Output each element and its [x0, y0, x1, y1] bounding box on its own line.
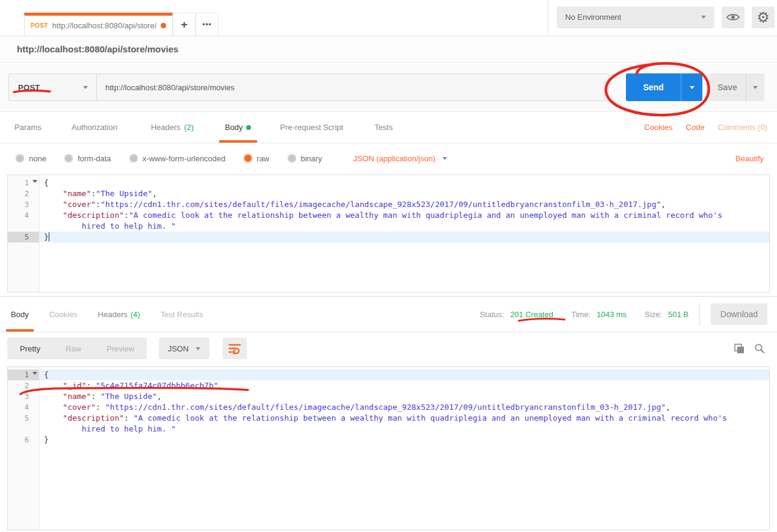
postman-app: POST http://localhost:8080/api/store/ + …	[0, 0, 777, 532]
request-title-row: http://localhost:8080/api/store/movies	[0, 36, 777, 63]
code-line[interactable]: 3 "name": "The Upside",	[8, 391, 769, 402]
line-number: 5	[8, 232, 39, 243]
copy-icon	[734, 343, 744, 354]
tab-headers[interactable]: Headers (2)	[147, 112, 197, 143]
tab-body-label: Body	[225, 123, 243, 132]
size-label: Size:	[645, 310, 662, 319]
code-line[interactable]: 3 "cover":"https://cdn1.thr.com/sites/de…	[8, 199, 769, 210]
radio-icon	[129, 154, 138, 162]
code-line[interactable]: 1{	[8, 178, 769, 188]
line-number: 3	[8, 391, 39, 402]
radio-selected-icon	[244, 154, 252, 162]
save-options-button[interactable]	[746, 73, 764, 101]
tab-body[interactable]: Body	[221, 112, 255, 143]
line-number: 5	[8, 413, 39, 435]
copy-response-button[interactable]	[734, 343, 744, 354]
radio-form-data[interactable]: form-data	[64, 154, 111, 163]
wrap-text-icon	[228, 342, 241, 354]
size-value: 501 B	[668, 310, 689, 319]
eye-icon	[726, 13, 740, 22]
response-format-label: JSON	[168, 344, 189, 353]
response-headers-label: Headers	[98, 310, 128, 319]
send-options-button[interactable]	[681, 73, 702, 101]
radio-raw[interactable]: raw	[244, 154, 270, 163]
code-line[interactable]: 5 "description": "A comedic look at the …	[8, 413, 769, 435]
environment-selected-label: No Environment	[565, 13, 621, 22]
time-label: Time:	[571, 310, 590, 319]
code-line[interactable]: 2 "_id": "5c4e715fa74c07dbbb6ecb7b",	[8, 380, 769, 391]
content-type-select[interactable]: JSON (application/json)	[353, 154, 448, 163]
save-button-group: Save	[709, 73, 764, 101]
gear-icon: ⚙	[757, 10, 770, 25]
line-number: 1	[8, 178, 39, 188]
environment-quick-look-button[interactable]	[722, 7, 744, 28]
request-tab[interactable]: POST http://localhost:8080/api/store/	[24, 13, 173, 36]
code-line[interactable]: 5}	[8, 232, 769, 243]
view-raw[interactable]: Raw	[53, 344, 94, 353]
tab-tests[interactable]: Tests	[371, 112, 396, 143]
line-number: 2	[8, 380, 39, 391]
radio-urlencoded-label: x-www-form-urlencoded	[143, 154, 226, 163]
cookies-link[interactable]: Cookies	[645, 123, 673, 132]
code-line[interactable]: 4 "description":"A comedic look at the r…	[8, 210, 769, 232]
response-tab-test-results[interactable]: Test Results	[158, 297, 206, 332]
radio-icon	[16, 154, 24, 162]
line-number: 4	[8, 402, 39, 413]
tab-bar: POST http://localhost:8080/api/store/ + …	[0, 0, 777, 36]
radio-icon	[64, 154, 73, 162]
view-pretty[interactable]: Pretty	[7, 344, 53, 353]
download-button[interactable]: Download	[711, 303, 767, 325]
divider	[699, 303, 700, 326]
fold-caret-icon[interactable]	[33, 372, 37, 375]
response-format-select[interactable]: JSON	[159, 338, 209, 359]
chevron-down-icon	[690, 86, 695, 89]
code-line[interactable]: 6}	[8, 435, 769, 445]
save-button[interactable]: Save	[709, 73, 746, 101]
radio-x-www-form-urlencoded[interactable]: x-www-form-urlencoded	[129, 154, 226, 163]
method-label: POST	[18, 83, 40, 92]
unsaved-changes-dot-icon	[161, 23, 166, 28]
line-number: 1	[8, 370, 39, 380]
response-tab-body[interactable]: Body	[8, 297, 31, 332]
radio-binary[interactable]: binary	[288, 154, 322, 163]
beautify-link[interactable]: Beautify	[735, 154, 764, 163]
new-tab-button[interactable]: +	[173, 13, 196, 36]
response-status-zone: Status: 201 Created Time: 1043 ms Size: …	[480, 303, 767, 326]
tab-params[interactable]: Params	[11, 112, 45, 143]
headers-count-badge: (2)	[184, 123, 194, 132]
response-headers-count-badge: (4)	[131, 310, 140, 319]
wrap-text-button[interactable]	[223, 338, 247, 359]
response-tab-cookies[interactable]: Cookies	[47, 297, 80, 332]
response-section: Body Cookies Headers (4) Test Results St…	[0, 296, 777, 530]
radio-binary-label: binary	[301, 154, 322, 163]
fold-caret-icon[interactable]	[33, 180, 37, 183]
more-tabs-button[interactable]: •••	[196, 13, 218, 36]
request-tabs-row: Params Authorization Headers (2) Body Pr…	[0, 112, 777, 143]
view-preview[interactable]: Preview	[94, 344, 147, 353]
chevron-down-icon	[83, 86, 88, 89]
code-line[interactable]: 4 "cover": "https://cdn1.thr.com/sites/d…	[8, 402, 769, 413]
tab-authorization[interactable]: Authorization	[68, 112, 121, 143]
comments-link[interactable]: Comments (0)	[718, 123, 767, 132]
status-value: 201 Created	[510, 310, 554, 319]
method-select[interactable]: POST	[9, 74, 97, 101]
request-url-row: POST Send Save	[0, 63, 777, 112]
environment-select[interactable]: No Environment	[557, 7, 714, 28]
code-link[interactable]: Code	[686, 123, 705, 132]
send-button[interactable]: Send	[626, 73, 681, 101]
response-body-editor[interactable]: 1{2 "_id": "5c4e715fa74c07dbbb6ecb7b",3 …	[7, 367, 770, 530]
chevron-down-icon	[753, 86, 758, 89]
search-response-button[interactable]	[754, 343, 765, 354]
line-number: 2	[8, 188, 39, 199]
radio-raw-label: raw	[257, 154, 270, 163]
body-type-row: none form-data x-www-form-urlencoded raw…	[0, 143, 777, 173]
url-input[interactable]	[97, 74, 608, 101]
response-tab-headers[interactable]: Headers (4)	[96, 297, 143, 332]
radio-none[interactable]: none	[16, 154, 46, 163]
tab-pre-request-script[interactable]: Pre-request Script	[276, 112, 347, 143]
code-line[interactable]: 2 "name":"The Upside",	[8, 188, 769, 199]
settings-button[interactable]: ⚙	[752, 7, 775, 28]
code-line[interactable]: 1{	[8, 370, 769, 380]
page-title: http://localhost:8080/api/store/movies	[17, 44, 178, 54]
request-body-editor[interactable]: 1{2 "name":"The Upside",3 "cover":"https…	[7, 175, 770, 292]
